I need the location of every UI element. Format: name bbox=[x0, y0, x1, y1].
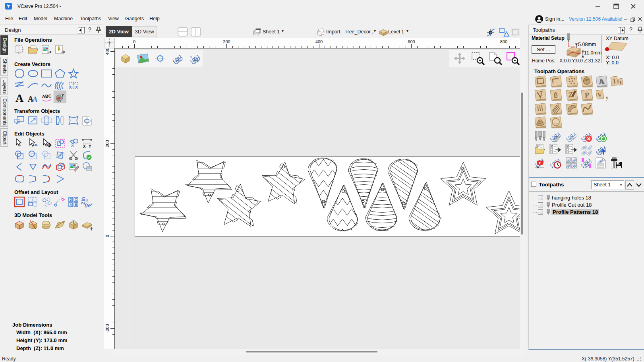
svg-text:600: 600 bbox=[408, 39, 415, 44]
svg-text:200: 200 bbox=[105, 140, 110, 147]
svg-text:A: A bbox=[70, 203, 72, 207]
svg-text:?: ? bbox=[72, 82, 75, 86]
svg-text:0: 0 bbox=[133, 39, 135, 44]
svg-text:C: C bbox=[75, 197, 77, 201]
svg-text:B: B bbox=[75, 203, 77, 207]
svg-text:A: A bbox=[15, 92, 24, 103]
svg-text:ABC: ABC bbox=[42, 93, 52, 99]
svg-text:D: D bbox=[70, 197, 72, 201]
svg-text:-200: -200 bbox=[105, 324, 110, 333]
svg-text:0: 0 bbox=[105, 235, 110, 237]
svg-text:y: y bbox=[605, 94, 609, 101]
svg-text:A: A bbox=[31, 95, 38, 103]
svg-text:400: 400 bbox=[315, 39, 323, 44]
svg-text:200: 200 bbox=[223, 39, 230, 44]
svg-text:X: X bbox=[83, 144, 86, 148]
svg-text:800: 800 bbox=[500, 39, 507, 44]
svg-text:Y: Y bbox=[89, 144, 91, 148]
svg-text:400: 400 bbox=[105, 48, 110, 55]
svg-text:A: A bbox=[598, 77, 605, 86]
